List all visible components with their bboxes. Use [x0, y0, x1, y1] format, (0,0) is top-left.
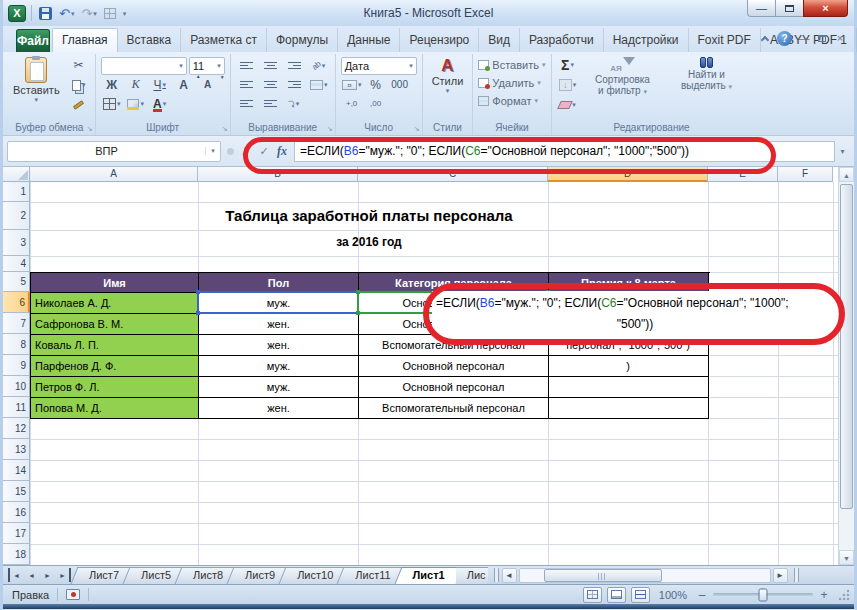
cell-category[interactable]: Основной персонал: [359, 293, 549, 314]
format-painter-button[interactable]: [68, 96, 90, 114]
delete-cells-button[interactable]: Удалить▾: [478, 74, 545, 92]
sheet-tab[interactable]: Лист10: [286, 566, 344, 584]
font-name-select[interactable]: ▾: [101, 57, 187, 75]
dialog-launcher-icon[interactable]: ↘: [222, 125, 228, 133]
row-header[interactable]: 15: [3, 481, 30, 502]
row-header[interactable]: 17: [3, 523, 30, 544]
zoom-out-button[interactable]: –: [696, 588, 708, 602]
scrollbar-split-handle[interactable]: [794, 568, 799, 582]
cell-gender[interactable]: жен.: [199, 314, 359, 335]
cell-category[interactable]: Вспомогательный персонал: [359, 398, 549, 419]
column-header[interactable]: D: [548, 167, 708, 182]
column-header[interactable]: B: [198, 167, 358, 182]
grow-font-button[interactable]: А: [173, 76, 195, 94]
ribbon-tab[interactable]: Вставка: [118, 28, 182, 52]
row-header[interactable]: 6: [3, 292, 30, 313]
first-sheet-button[interactable]: ◄: [8, 568, 23, 582]
help-button[interactable]: ?: [777, 31, 792, 46]
cell-category[interactable]: Основной персонал: [359, 356, 549, 377]
cell-category[interactable]: Основной персонал: [359, 314, 549, 335]
header-category[interactable]: Категория персонала: [359, 273, 549, 293]
formula-input[interactable]: =ЕСЛИ(B6="муж."; "0"; ЕСЛИ(C6="Основной …: [294, 141, 835, 162]
header-premium[interactable]: Премия к 8 марта: [549, 273, 709, 293]
row-header[interactable]: 4: [3, 256, 30, 272]
cell-category[interactable]: Основной персонал: [359, 377, 549, 398]
save-button[interactable]: [37, 6, 54, 21]
header-name[interactable]: Имя: [31, 273, 199, 293]
sheet-tab[interactable]: Лист7: [78, 566, 130, 584]
italic-button[interactable]: К: [125, 76, 147, 94]
minimize-button[interactable]: —: [747, 0, 776, 17]
decrease-decimal-button[interactable]: ,00: [365, 95, 387, 113]
horizontal-scroll-thumb[interactable]: [544, 569, 662, 582]
scroll-left-icon[interactable]: ◄: [502, 568, 517, 583]
normal-view-button[interactable]: [583, 587, 602, 603]
cell-premium[interactable]: [549, 293, 709, 314]
sheet-subtitle[interactable]: за 2016 год: [30, 230, 708, 256]
page-break-view-button[interactable]: [631, 587, 650, 603]
merge-center-button[interactable]: ▾: [308, 76, 330, 94]
row-header[interactable]: 14: [3, 460, 30, 481]
ribbon-tab[interactable]: Разработчи: [520, 28, 604, 52]
cell-premium[interactable]: [549, 314, 709, 335]
fill-color-button[interactable]: ▾: [125, 95, 147, 113]
macro-record-icon[interactable]: [66, 589, 80, 600]
percent-button[interactable]: %: [365, 76, 387, 94]
cut-button[interactable]: ✂: [68, 56, 90, 74]
sheet-title[interactable]: Таблица заработной платы персонала: [30, 202, 708, 230]
ribbon-tab[interactable]: Рецензиро: [400, 28, 479, 52]
row-header[interactable]: 5: [3, 272, 30, 292]
scroll-up-icon[interactable]: ▲: [839, 167, 854, 182]
styles-button[interactable]: А Стили ▾: [428, 56, 468, 96]
qat-customize-button[interactable]: ▾: [121, 9, 129, 18]
font-size-select[interactable]: 11▾: [189, 57, 225, 75]
row-header[interactable]: 1: [3, 182, 30, 202]
align-left-button[interactable]: [236, 76, 258, 94]
dialog-launcher-icon[interactable]: ↘: [327, 125, 333, 133]
sheet-tab[interactable]: Лист1: [402, 566, 456, 584]
cancel-button[interactable]: ✗: [237, 145, 255, 158]
redo-button[interactable]: ↷▾: [79, 6, 98, 21]
font-color-button[interactable]: А▾: [149, 95, 171, 113]
row-header[interactable]: 7: [3, 313, 30, 334]
expand-formula-bar-button[interactable]: ▾: [835, 147, 850, 156]
align-top-button[interactable]: [236, 57, 258, 75]
previous-sheet-button[interactable]: ◄: [24, 568, 39, 582]
column-header[interactable]: E: [708, 167, 778, 182]
row-header[interactable]: 3: [3, 230, 30, 256]
column-header[interactable]: A: [30, 167, 198, 182]
cell-name[interactable]: Петров Ф. Л.: [31, 377, 199, 398]
orientation-button[interactable]: ab▾: [308, 57, 330, 75]
workbook-close-button[interactable]: ×: [834, 33, 846, 44]
cell-name[interactable]: Парфенов Д. Ф.: [31, 356, 199, 377]
accounting-format-button[interactable]: ¤▾: [341, 76, 363, 94]
zoom-slider[interactable]: [713, 593, 813, 596]
insert-cells-button[interactable]: Вставить▾: [478, 56, 545, 74]
increase-decimal-button[interactable]: +,0: [341, 95, 363, 113]
cell-gender[interactable]: жен.: [199, 398, 359, 419]
cell-gender[interactable]: муж.: [199, 293, 359, 314]
cell-gender[interactable]: муж.: [199, 356, 359, 377]
tab-file[interactable]: Файл: [16, 29, 50, 52]
cell-name[interactable]: Николаев А. Д.: [31, 293, 199, 314]
align-bottom-button[interactable]: [284, 57, 306, 75]
paste-button[interactable]: Вставить ▾: [9, 56, 64, 114]
page-layout-view-button[interactable]: [607, 587, 626, 603]
row-header[interactable]: 10: [3, 376, 30, 397]
bold-button[interactable]: Ж: [101, 76, 123, 94]
name-box[interactable]: ВПР ▾: [7, 141, 221, 162]
find-select-button[interactable]: Найти и выделить ▾: [667, 56, 747, 114]
clear-button[interactable]: ▾: [557, 96, 579, 114]
row-header[interactable]: 8: [3, 334, 30, 355]
sheet-tab[interactable]: Лист5: [130, 566, 182, 584]
underline-button[interactable]: Ч▾: [149, 76, 171, 94]
vertical-scrollbar[interactable]: ▲ ▼: [838, 167, 854, 565]
ribbon-tab[interactable]: Надстройки: [604, 28, 689, 52]
align-middle-button[interactable]: [260, 57, 282, 75]
tab-split-handle[interactable]: [494, 568, 499, 582]
zoom-slider-thumb[interactable]: [759, 588, 768, 601]
shrink-font-button[interactable]: А: [197, 76, 219, 94]
scroll-right-icon[interactable]: ►: [773, 568, 788, 583]
autosum-button[interactable]: Σ▾: [557, 56, 579, 74]
collapse-ribbon-button[interactable]: [759, 35, 771, 43]
